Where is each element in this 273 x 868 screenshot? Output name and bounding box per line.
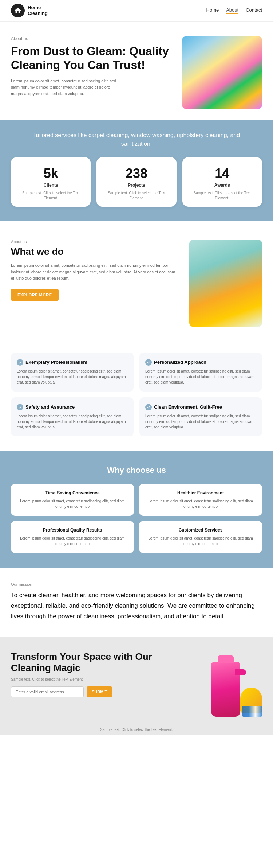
home-icon [14, 7, 22, 15]
stat-card-projects: 238 Projects Sample text. Click to selec… [96, 157, 176, 207]
wwd-image [189, 240, 262, 327]
nav-home[interactable]: Home [206, 7, 219, 14]
why-card-1: Healthier Environment Lorem ipsum dolor … [139, 484, 262, 516]
main-nav: Home About Contact [206, 7, 262, 14]
cta-image [197, 651, 262, 717]
spray-bottle [211, 662, 240, 717]
feature-title-3: Clean Environment, Guilt-Free [154, 404, 222, 410]
feature-body-3: Lorem ipsum dolor sit amet, consetetur s… [145, 413, 256, 430]
feature-card-0: Exemplary Professionalism Lorem ipsum do… [11, 353, 134, 392]
why-section: Why choose us Time-Saving Convenience Lo… [0, 451, 273, 568]
why-grid: Time-Saving Convenience Lorem ipsum dolo… [11, 484, 262, 553]
mission-section: Our mission To create cleaner, healthier… [0, 568, 273, 637]
hero-image-visual [182, 36, 262, 109]
logo-icon [11, 4, 25, 17]
stats-tagline: Tailored services like carpet cleaning, … [11, 131, 262, 148]
why-card-title-1: Healthier Environment [145, 490, 256, 495]
submit-button[interactable]: SUBMIT [87, 686, 112, 697]
what-we-do-section: About us What we do Lorem ipsum dolor si… [0, 221, 273, 345]
stats-cards: 5k Clients Sample text. Click to select … [11, 157, 262, 207]
wwd-about-label: About us [11, 240, 178, 244]
cta-form: SUBMIT [11, 686, 189, 697]
feature-card-2: Safety and Assurance Lorem ipsum dolor s… [11, 397, 134, 436]
hero-about-label: About us [11, 36, 175, 41]
check-icon-2 [17, 404, 23, 410]
feature-card-1: Personalized Approach Lorem ipsum dolor … [139, 353, 262, 392]
check-icon-1 [145, 359, 152, 366]
check-icon-3 [145, 404, 152, 410]
stat-desc-awards: Sample text. Click to select the Text El… [190, 191, 255, 201]
stat-number-projects: 238 [104, 166, 169, 181]
cta-text-block: Transform Your Space with Our Cleaning M… [11, 651, 189, 697]
wwd-title: What we do [11, 246, 178, 257]
feature-header-0: Exemplary Professionalism [17, 359, 128, 366]
footer-note: Sample text. Click to select the Text El… [0, 724, 273, 735]
why-card-body-1: Lorem ipsum dolor sit amet, consetetur s… [145, 498, 256, 509]
why-card-3: Customized Services Lorem ipsum dolor si… [139, 521, 262, 553]
stats-section: Tailored services like carpet cleaning, … [0, 120, 273, 221]
feature-body-2: Lorem ipsum dolor sit amet, consetetur s… [17, 413, 128, 430]
why-card-0: Time-Saving Convenience Lorem ipsum dolo… [11, 484, 134, 516]
hero-image [182, 36, 262, 109]
feature-header-2: Safety and Assurance [17, 404, 128, 410]
hero-section: About us From Dust to Gleam: Quality Cle… [0, 22, 273, 120]
why-card-title-3: Customized Services [145, 528, 256, 533]
logo: HomeCleaning [11, 4, 48, 17]
bottle-neck [218, 655, 234, 663]
wwd-text-block: About us What we do Lorem ipsum dolor si… [11, 240, 178, 327]
site-header: HomeCleaning Home About Contact [0, 0, 273, 22]
stat-number-clients: 5k [18, 166, 83, 181]
stat-number-awards: 14 [190, 166, 255, 181]
cleaning-cloth [242, 706, 262, 717]
feature-header-3: Clean Environment, Guilt-Free [145, 404, 256, 410]
stat-card-awards: 14 Awards Sample text. Click to select t… [182, 157, 262, 207]
cta-subtitle: Sample text. Click to select the Text El… [11, 677, 189, 681]
stat-desc-projects: Sample text. Click to select the Text El… [104, 191, 169, 201]
stat-desc-clients: Sample text. Click to select the Text El… [18, 191, 83, 201]
hero-body: Lorem ipsum dolor sit amet, consetetur s… [11, 78, 120, 97]
mission-label: Our mission [11, 582, 262, 587]
mission-text: To create cleaner, healthier, and more w… [11, 590, 262, 622]
explore-more-button[interactable]: EXPLORE MORE [11, 289, 59, 301]
cta-section: Transform Your Space with Our Cleaning M… [0, 637, 273, 724]
why-card-title-0: Time-Saving Convenience [17, 490, 128, 495]
nav-about[interactable]: About [226, 7, 238, 14]
why-card-body-0: Lorem ipsum dolor sit amet, consetetur s… [17, 498, 128, 509]
hero-title: From Dust to Gleam: Quality Cleaning You… [11, 44, 175, 72]
why-card-2: Professional Quality Results Lorem ipsum… [11, 521, 134, 553]
features-section: Exemplary Professionalism Lorem ipsum do… [0, 345, 273, 451]
stat-label-awards: Awards [190, 183, 255, 188]
wwd-image-visual [189, 240, 262, 327]
features-grid: Exemplary Professionalism Lorem ipsum do… [11, 353, 262, 436]
wwd-body: Lorem ipsum dolor sit amet, consetetur s… [11, 262, 178, 282]
why-card-body-2: Lorem ipsum dolor sit amet, consetetur s… [17, 536, 128, 546]
why-card-body-3: Lorem ipsum dolor sit amet, consetetur s… [145, 536, 256, 546]
footer-note-text: Sample text. Click to select the Text El… [100, 728, 173, 732]
cta-title: Transform Your Space with Our Cleaning M… [11, 651, 189, 674]
why-card-title-2: Professional Quality Results [17, 528, 128, 533]
bottle-trigger [235, 669, 246, 675]
stat-label-clients: Clients [18, 183, 83, 188]
email-input[interactable] [11, 686, 84, 697]
stat-label-projects: Projects [104, 183, 169, 188]
feature-title-0: Exemplary Professionalism [25, 359, 87, 366]
nav-contact[interactable]: Contact [246, 7, 262, 14]
feature-body-0: Lorem ipsum dolor sit amet, consetetur s… [17, 369, 128, 385]
stat-card-clients: 5k Clients Sample text. Click to select … [11, 157, 91, 207]
feature-title-1: Personalized Approach [154, 359, 206, 366]
feature-header-1: Personalized Approach [145, 359, 256, 366]
feature-title-2: Safety and Assurance [25, 404, 75, 410]
feature-card-3: Clean Environment, Guilt-Free Lorem ipsu… [139, 397, 262, 436]
brand-name: HomeCleaning [28, 5, 48, 16]
check-icon-0 [17, 359, 23, 366]
why-title: Why choose us [11, 466, 262, 475]
feature-body-1: Lorem ipsum dolor sit amet, consetetur s… [145, 369, 256, 385]
hero-text-block: About us From Dust to Gleam: Quality Cle… [11, 36, 175, 97]
